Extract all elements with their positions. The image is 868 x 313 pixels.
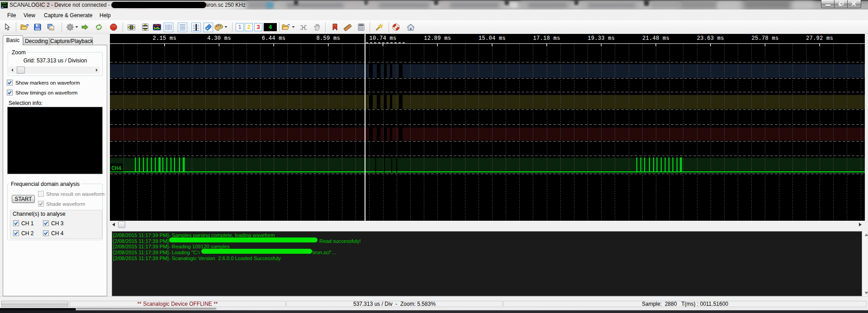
svg-text:6.44 ms: 6.44 ms <box>262 35 286 42</box>
svg-text:2.15 ms: 2.15 ms <box>152 35 176 42</box>
svg-text:CH4: CH4 <box>112 166 122 172</box>
svg-text:4.30 ms: 4.30 ms <box>207 35 231 42</box>
svg-text:10.74 ms: 10.74 ms <box>369 35 396 42</box>
svg-text:8.59 ms: 8.59 ms <box>317 35 341 42</box>
svg-text:27.92 ms: 27.92 ms <box>806 35 833 42</box>
svg-text:23.63 ms: 23.63 ms <box>697 35 724 42</box>
svg-text:17.18 ms: 17.18 ms <box>533 35 560 42</box>
svg-text:19.33 ms: 19.33 ms <box>588 35 615 42</box>
svg-text:12.89 ms: 12.89 ms <box>424 35 451 42</box>
svg-text:21.48 ms: 21.48 ms <box>642 35 669 42</box>
svg-text:25.78 ms: 25.78 ms <box>751 35 778 42</box>
svg-text:15.04 ms: 15.04 ms <box>479 35 506 42</box>
